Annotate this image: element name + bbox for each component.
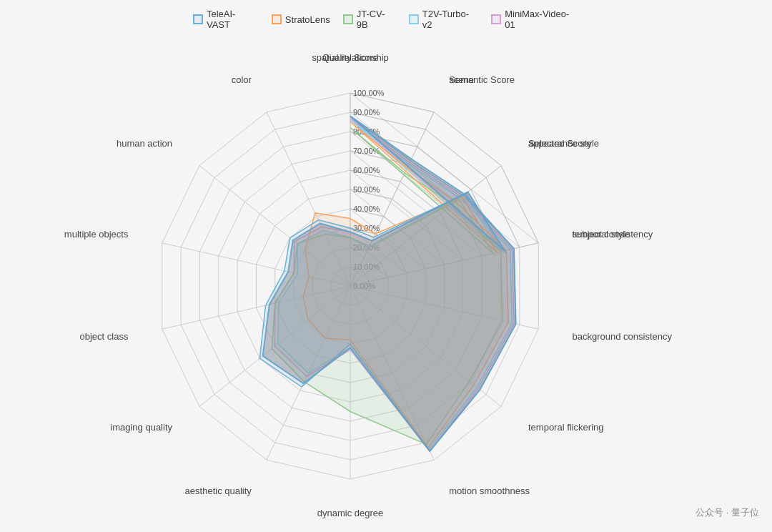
- watermark: 公众号 · 量子位: [696, 506, 759, 519]
- chart-container: TeleAI-VASTStratoLensJT-CV-9BT2V-Turbo-v…: [0, 0, 772, 532]
- radar-chart: [0, 0, 772, 532]
